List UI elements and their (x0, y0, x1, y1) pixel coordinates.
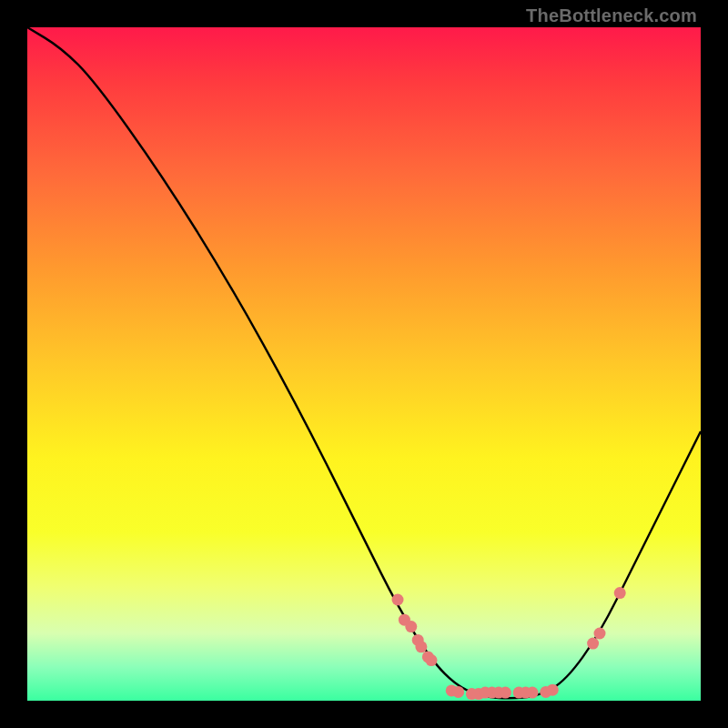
data-dot (547, 684, 559, 696)
data-dot (405, 621, 417, 632)
chart-svg (27, 27, 701, 701)
chart-frame (27, 27, 701, 701)
data-dot (594, 628, 606, 640)
data-dot (500, 687, 511, 699)
data-dot (392, 594, 404, 606)
data-dot (614, 587, 626, 599)
attribution-text: TheBottleneck.com (526, 5, 697, 26)
data-dot (587, 638, 599, 650)
data-dot (452, 686, 464, 698)
data-dot (527, 687, 539, 699)
data-dot (415, 641, 427, 652)
data-dot (426, 654, 438, 666)
bottleneck-curve (27, 27, 701, 698)
data-dots-group (392, 587, 626, 700)
